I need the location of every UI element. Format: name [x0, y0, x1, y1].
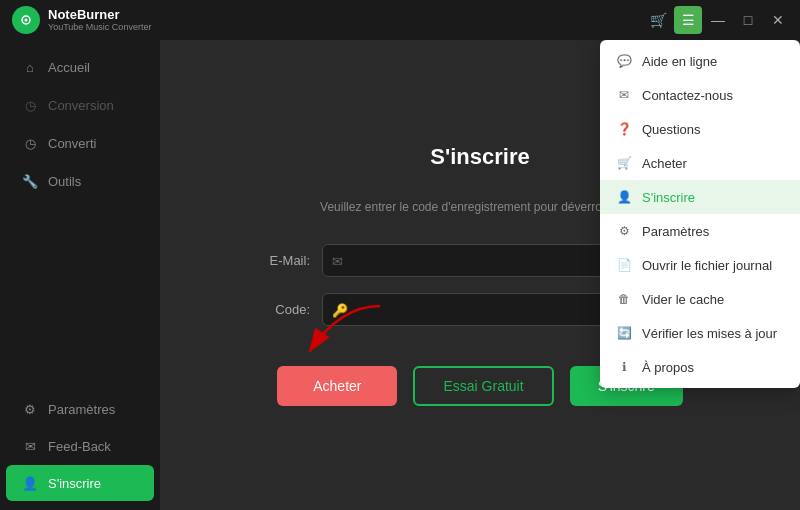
feedback-icon: ✉ [22, 438, 38, 454]
sidebar-item-conversion: ◷ Conversion [6, 87, 154, 123]
sidebar-label-accueil: Accueil [48, 60, 90, 75]
key-icon: 🔑 [332, 302, 348, 317]
dropdown-label-parametres: Paramètres [642, 224, 709, 239]
dropdown-label-apropos: À propos [642, 360, 694, 375]
acheter-dropdown-icon: 🛒 [616, 155, 632, 171]
dropdown-label-cache: Vider le cache [642, 292, 724, 307]
sidebar-item-feedback[interactable]: ✉ Feed-Back [6, 428, 154, 464]
home-icon: ⌂ [22, 59, 38, 75]
dropdown-label-sinscrire: S'inscrire [642, 190, 695, 205]
app-logo [12, 6, 40, 34]
questions-dropdown-icon: ❓ [616, 121, 632, 137]
sinscrire-icon: 👤 [22, 475, 38, 491]
minimize-button[interactable]: — [704, 6, 732, 34]
mises-dropdown-icon: 🔄 [616, 325, 632, 341]
dropdown-label-contact: Contactez-nous [642, 88, 733, 103]
sidebar-item-sinscrire[interactable]: 👤 S'inscrire [6, 465, 154, 501]
dropdown-label-acheter: Acheter [642, 156, 687, 171]
maximize-button[interactable]: □ [734, 6, 762, 34]
dropdown-menu: 💬 Aide en ligne ✉ Contactez-nous ❓ Quest… [600, 40, 800, 388]
dropdown-item-mises[interactable]: 🔄 Vérifier les mises à jour [600, 316, 800, 350]
modal-subtitle: Veuillez entrer le code d'enregistrement… [320, 200, 640, 214]
dropdown-label-journal: Ouvrir le fichier journal [642, 258, 772, 273]
dropdown-label-questions: Questions [642, 122, 701, 137]
menu-button[interactable]: ☰ [674, 6, 702, 34]
svg-point-2 [25, 19, 28, 22]
dropdown-item-journal[interactable]: 📄 Ouvrir le fichier journal [600, 248, 800, 282]
code-label: Code: [250, 302, 310, 317]
dropdown-label-mises: Vérifier les mises à jour [642, 326, 777, 341]
converti-icon: ◷ [22, 135, 38, 151]
sidebar-bottom: ⚙ Paramètres ✉ Feed-Back 👤 S'inscrire [0, 390, 160, 502]
cache-dropdown-icon: 🗑 [616, 291, 632, 307]
main-layout: ⌂ Accueil ◷ Conversion ◷ Converti 🔧 Outi… [0, 40, 800, 510]
sidebar-item-parametres[interactable]: ⚙ Paramètres [6, 391, 154, 427]
dropdown-item-apropos[interactable]: ℹ À propos [600, 350, 800, 384]
dropdown-item-aide[interactable]: 💬 Aide en ligne [600, 44, 800, 78]
sidebar-label-conversion: Conversion [48, 98, 114, 113]
content-area: S'inscrire Veuillez entrer le code d'enr… [160, 40, 800, 510]
email-icon: ✉ [332, 253, 343, 268]
dropdown-label-aide: Aide en ligne [642, 54, 717, 69]
outils-icon: 🔧 [22, 173, 38, 189]
apropos-dropdown-icon: ℹ [616, 359, 632, 375]
sinscrire-dropdown-icon: 👤 [616, 189, 632, 205]
journal-dropdown-icon: 📄 [616, 257, 632, 273]
close-button[interactable]: ✕ [764, 6, 792, 34]
app-title: NoteBurner [48, 7, 151, 23]
email-label: E-Mail: [250, 253, 310, 268]
sidebar-item-outils[interactable]: 🔧 Outils [6, 163, 154, 199]
sidebar-item-converti[interactable]: ◷ Converti [6, 125, 154, 161]
app-branding: NoteBurner YouTube Music Converter [12, 6, 151, 34]
title-bar: NoteBurner YouTube Music Converter 🛒 ☰ —… [0, 0, 800, 40]
app-title-block: NoteBurner YouTube Music Converter [48, 7, 151, 33]
aide-dropdown-icon: 💬 [616, 53, 632, 69]
cart-button[interactable]: 🛒 [644, 6, 672, 34]
dropdown-item-acheter[interactable]: 🛒 Acheter [600, 146, 800, 180]
sidebar: ⌂ Accueil ◷ Conversion ◷ Converti 🔧 Outi… [0, 40, 160, 510]
dropdown-item-parametres[interactable]: ⚙ Paramètres [600, 214, 800, 248]
window-controls: 🛒 ☰ — □ ✕ [644, 6, 792, 34]
parametres-icon: ⚙ [22, 401, 38, 417]
dropdown-item-cache[interactable]: 🗑 Vider le cache [600, 282, 800, 316]
conversion-icon: ◷ [22, 97, 38, 113]
sidebar-label-outils: Outils [48, 174, 81, 189]
sidebar-label-feedback: Feed-Back [48, 439, 111, 454]
sidebar-item-accueil[interactable]: ⌂ Accueil [6, 49, 154, 85]
modal-title: S'inscrire [430, 144, 529, 170]
trial-button[interactable]: Essai Gratuit [413, 366, 553, 406]
sidebar-label-sinscrire: S'inscrire [48, 476, 101, 491]
dropdown-item-questions[interactable]: ❓ Questions [600, 112, 800, 146]
buy-button[interactable]: Acheter [277, 366, 397, 406]
sidebar-label-converti: Converti [48, 136, 96, 151]
contact-dropdown-icon: ✉ [616, 87, 632, 103]
dropdown-item-contact[interactable]: ✉ Contactez-nous [600, 78, 800, 112]
dropdown-item-sinscrire[interactable]: 👤 S'inscrire [600, 180, 800, 214]
app-subtitle: YouTube Music Converter [48, 22, 151, 33]
parametres-dropdown-icon: ⚙ [616, 223, 632, 239]
sidebar-label-parametres: Paramètres [48, 402, 115, 417]
